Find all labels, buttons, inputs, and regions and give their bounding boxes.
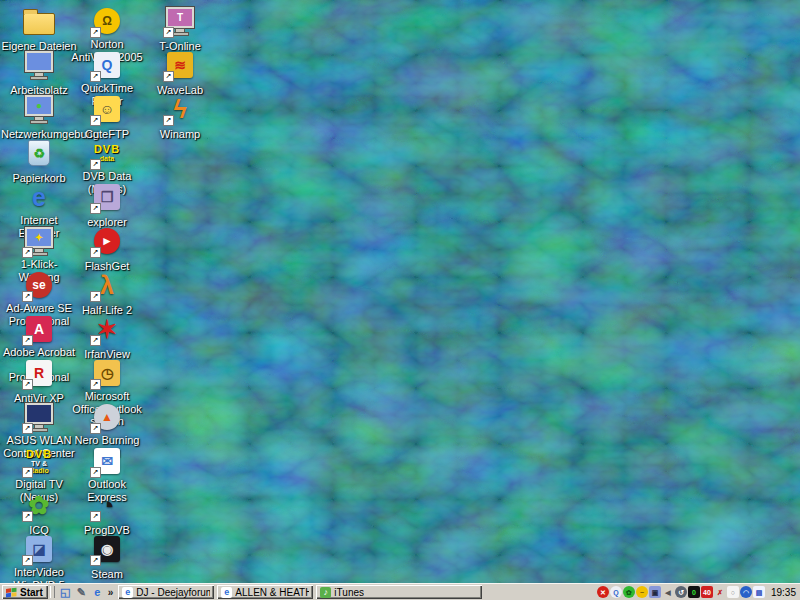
shortcut-arrow-icon: ↗ <box>22 247 33 258</box>
browser-window-icon[interactable]: ◱ <box>59 586 72 599</box>
shortcut-arrow-icon: ↗ <box>90 203 101 214</box>
explorer-icon: ❒↗ <box>90 182 124 212</box>
quick-launch-bar: ◱✎e <box>57 586 106 599</box>
progdvb-icon: ◔↗ <box>90 490 124 520</box>
quick-launch-overflow-chevron[interactable]: » <box>106 587 116 598</box>
system-tray: ✕Q✿~▣◀↺040✗○◠▤ 19:35 <box>597 586 800 598</box>
desktop-icon-explorer[interactable]: ❒↗explorer <box>69 182 145 230</box>
desktop-icon-netzwerkumgebung[interactable]: ●Netzwerkumgebung <box>1 94 77 142</box>
itunes-icon: ♪ <box>320 587 331 598</box>
wavelab-icon: ≋↗ <box>163 50 197 80</box>
one-click-maintenance-icon: ✦↗ <box>22 226 56 256</box>
half-life-2-icon: λ↗ <box>90 270 124 300</box>
desktop-icon-progdvb[interactable]: ◔↗ProgDVB <box>69 490 145 538</box>
acrobat-icon: A↗ <box>22 314 56 344</box>
desktop-icon-eigene-dateien[interactable]: Eigene Dateien <box>1 6 77 54</box>
shortcut-arrow-icon: ↗ <box>90 379 101 390</box>
desktop-icon-label: InterVideo WinDVD 5 <box>1 566 77 583</box>
dvb-data-icon: DVBdata↗ <box>90 138 124 168</box>
taskbar-clock[interactable]: 19:35 <box>771 587 796 598</box>
desktop-icon-intervideo-windvd-5[interactable]: ◪↗InterVideo WinDVD 5 <box>1 534 77 583</box>
norton-tray-icon[interactable]: ~ <box>636 586 648 598</box>
shortcut-arrow-icon: ↗ <box>163 115 174 126</box>
tray-icons: ✕Q✿~▣◀↺040✗○◠▤ <box>597 586 765 598</box>
desktop-icon-grid: Eigene DateienArbeitsplatz●Netzwerkumgeb… <box>0 0 800 583</box>
shortcut-arrow-icon: ↗ <box>90 27 101 38</box>
desktop-icon-papierkorb[interactable]: ♻Papierkorb <box>1 138 77 186</box>
desktop-icon-steam[interactable]: ◉↗Steam <box>69 534 145 582</box>
desktop-icon-irfanview[interactable]: ✶↗IrfanView <box>69 314 145 362</box>
desktop-icon-winamp[interactable]: ϟ↗Winamp <box>142 94 218 142</box>
shortcut-arrow-icon: ↗ <box>22 291 33 302</box>
desktop-icon-cuteftp[interactable]: ☺↗CuteFTP <box>69 94 145 142</box>
shortcut-arrow-icon: ↗ <box>90 423 101 434</box>
task-button-dj-deejayforum-de-d[interactable]: eDJ - Deejayforum.de - D... <box>118 585 214 599</box>
network-neighborhood-icon: ● <box>22 94 56 124</box>
windvd-icon: ◪↗ <box>22 534 56 564</box>
shortcut-arrow-icon: ↗ <box>90 71 101 82</box>
network-tray-icon[interactable]: ▣ <box>649 586 661 598</box>
globe-tray-icon[interactable]: ◠ <box>740 586 752 598</box>
internet-explorer-icon: e <box>122 587 133 598</box>
outlook-express-icon: ✉↗ <box>90 446 124 476</box>
mouse-tray-icon[interactable]: ○ <box>727 586 739 598</box>
task-button-itunes[interactable]: ♪iTunes <box>316 585 482 599</box>
ad-aware-icon: se↗ <box>22 270 56 300</box>
power-scheme-tray-icon[interactable]: ↺ <box>675 586 687 598</box>
shortcut-arrow-icon: ↗ <box>90 511 101 522</box>
antivir-icon: R↗ <box>22 358 56 388</box>
antivir-tray-icon[interactable]: ✕ <box>597 586 609 598</box>
desktop-icon-wavelab[interactable]: ≋↗WaveLab <box>142 50 218 98</box>
volume-tray-icon[interactable]: ◀ <box>662 586 674 598</box>
shortcut-arrow-icon: ↗ <box>90 555 101 566</box>
task-button-label: iTunes <box>334 587 364 598</box>
desktop-icon-label: Steam <box>91 568 123 581</box>
show-desktop-icon[interactable]: ✎ <box>75 586 88 599</box>
icq-status-tray-icon[interactable]: ✿ <box>623 586 635 598</box>
dsl-speed-tray-icon[interactable]: 40 <box>701 586 713 598</box>
asus-wlan-icon: ↗ <box>22 402 56 432</box>
t-online-icon: T↗ <box>163 6 197 36</box>
internet-explorer-icon[interactable]: e <box>91 586 104 599</box>
icq-icon: ✿↗ <box>22 490 56 520</box>
update-document-tray-icon[interactable]: ▤ <box>753 586 765 598</box>
internet-explorer-icon: e <box>22 182 56 212</box>
shortcut-arrow-icon: ↗ <box>22 511 33 522</box>
desktop-icon-antivir-xp[interactable]: R↗AntiVir XP <box>1 358 77 406</box>
norton-antivirus-icon: Ω↗ <box>90 6 124 36</box>
irfanview-icon: ✶↗ <box>90 314 124 344</box>
flashget-icon: ►↗ <box>90 226 124 256</box>
start-button[interactable]: Start <box>2 585 48 599</box>
shortcut-arrow-icon: ↗ <box>22 335 33 346</box>
taskbar-divider <box>50 586 55 598</box>
recycle-bin-icon: ♻ <box>22 138 56 168</box>
shortcut-arrow-icon: ↗ <box>22 423 33 434</box>
desktop-icon-half-life-2[interactable]: λ↗Half-Life 2 <box>69 270 145 318</box>
shortcut-arrow-icon: ↗ <box>22 379 33 390</box>
nero-icon: ▲↗ <box>90 402 124 432</box>
my-computer-icon <box>22 50 56 80</box>
shortcut-arrow-icon: ↗ <box>163 71 174 82</box>
desktop-icon-arbeitsplatz[interactable]: Arbeitsplatz <box>1 50 77 98</box>
task-buttons: eDJ - Deejayforum.de - D...eALLEN & HEAT… <box>115 585 482 599</box>
ad-watch-tray-icon[interactable]: ✗ <box>714 586 726 598</box>
task-button-label: DJ - Deejayforum.de - D... <box>136 587 210 598</box>
quicktime-tray-icon[interactable]: Q <box>610 586 622 598</box>
taskbar: Start ◱✎e » eDJ - Deejayforum.de - D...e… <box>0 583 800 600</box>
shortcut-arrow-icon: ↗ <box>163 27 174 38</box>
shortcut-arrow-icon: ↗ <box>90 247 101 258</box>
quicktime-icon: Q↗ <box>90 50 124 80</box>
shortcut-arrow-icon: ↗ <box>90 467 101 478</box>
outlook-setup-icon: ◷↗ <box>90 358 124 388</box>
desktop-icon-t-online[interactable]: T↗T-Online <box>142 6 218 54</box>
desktop-icon-label: Winamp <box>160 128 200 141</box>
shortcut-arrow-icon: ↗ <box>90 291 101 302</box>
internet-explorer-icon: e <box>221 587 232 598</box>
desktop-icon-flashget[interactable]: ►↗FlashGet <box>69 226 145 274</box>
start-button-label: Start <box>20 587 43 598</box>
task-button-allen-heath-worl[interactable]: eALLEN & HEATH // WORL... <box>217 585 313 599</box>
shortcut-arrow-icon: ↗ <box>22 467 33 478</box>
battery-meter-tray-icon[interactable]: 0 <box>688 586 700 598</box>
desktop-icon-icq[interactable]: ✿↗ICQ <box>1 490 77 538</box>
task-button-label: ALLEN & HEATH // WORL... <box>235 587 309 598</box>
